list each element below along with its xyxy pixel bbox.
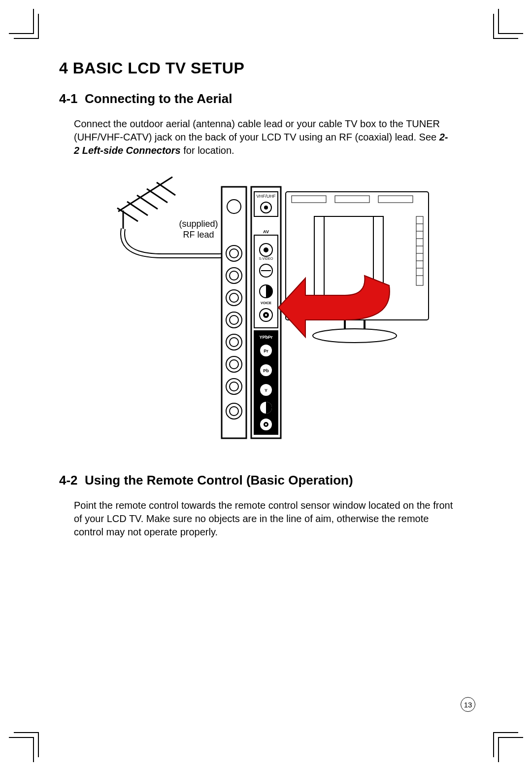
section-number: 4-2: [59, 473, 78, 488]
svg-point-24: [230, 382, 238, 391]
chapter-number: 4: [59, 59, 68, 77]
port-vhfuhf-label: VHF/UHF: [257, 194, 276, 199]
svg-line-0: [118, 177, 172, 211]
para-pre: Connect the outdoor aerial (antenna) cab…: [74, 118, 440, 142]
chapter-title: 4 BASIC LCD TV SETUP: [59, 59, 453, 77]
port-pb: Pb: [263, 368, 269, 373]
svg-rect-49: [292, 196, 326, 203]
svg-line-4: [147, 189, 167, 203]
para-post: for location.: [183, 145, 234, 156]
port-av-label: AV: [263, 229, 269, 234]
svg-line-1: [117, 208, 138, 221]
illustration-svg: VHF/UHF AV S-VIDEO VOICE YPbPr Pr Pb Y: [89, 172, 433, 448]
svg-point-22: [230, 360, 238, 369]
aerial-connection-illustration: (supplied) RF lead: [89, 172, 433, 448]
aerial-icon: [117, 177, 175, 229]
svg-point-16: [230, 293, 238, 302]
section-title-4-2: 4-2 Using the Remote Control (Basic Oper…: [59, 473, 453, 488]
section-number: 4-1: [59, 91, 78, 106]
svg-point-12: [230, 249, 238, 258]
port-svideo-label: S-VIDEO: [259, 257, 273, 260]
caption-line2: RF lead: [183, 230, 214, 240]
port-voice-label: VOICE: [261, 301, 271, 305]
section-4-2-paragraph: Point the remote control towards the rem…: [74, 499, 453, 539]
section-4-1-paragraph: Connect the outdoor aerial (antenna) cab…: [74, 117, 453, 157]
port-pr: Pr: [264, 349, 268, 353]
caption-line1: (supplied): [179, 219, 218, 229]
page-number: 13: [461, 697, 475, 712]
svg-point-14: [230, 271, 238, 280]
svg-point-33: [264, 247, 268, 252]
supplied-rf-lead-caption: (supplied) RF lead: [171, 219, 226, 240]
svg-point-26: [230, 407, 238, 416]
svg-line-2: [127, 202, 148, 215]
svg-point-30: [264, 206, 268, 210]
port-y: Y: [265, 388, 267, 393]
port-ypbpr-label: YPbPr: [259, 335, 273, 340]
svg-line-3: [137, 195, 158, 209]
svg-line-5: [157, 182, 175, 195]
chapter-text: BASIC LCD TV SETUP: [73, 59, 245, 77]
svg-rect-55: [416, 216, 423, 285]
svg-point-18: [230, 315, 238, 324]
page-number-value: 13: [464, 701, 472, 709]
svg-point-47: [265, 423, 267, 425]
section-text: Connecting to the Aerial: [85, 91, 233, 106]
svg-rect-51: [378, 196, 413, 203]
svg-point-20: [230, 338, 238, 347]
svg-point-10: [227, 200, 241, 213]
tv-connector-panel: VHF/UHF AV S-VIDEO VOICE YPbPr Pr Pb Y: [251, 187, 281, 438]
svg-point-39: [265, 314, 267, 316]
section-title-4-1: 4-1 Connecting to the Aerial: [59, 91, 453, 106]
section-text: Using the Remote Control (Basic Operatio…: [85, 473, 353, 488]
svg-point-64: [313, 329, 397, 343]
svg-rect-50: [335, 196, 369, 203]
